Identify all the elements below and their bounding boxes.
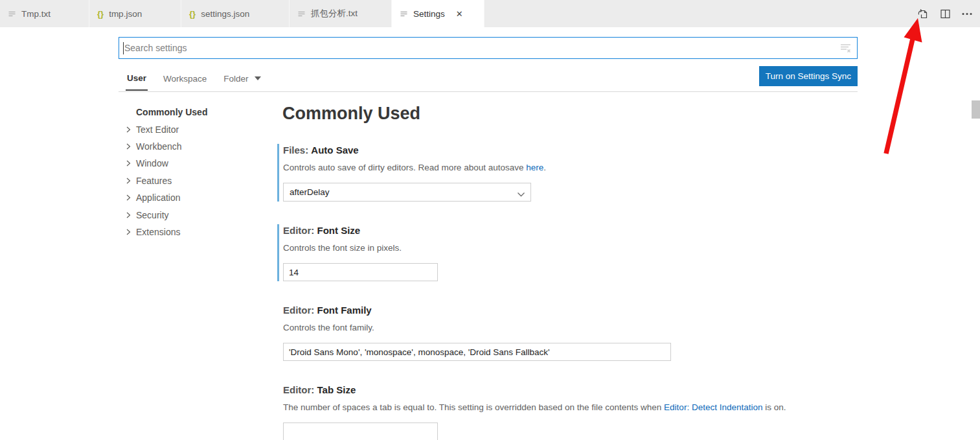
setting-name: Font Family (317, 305, 372, 316)
tree-item-label: Window (136, 158, 168, 168)
tree-item-commonly-used[interactable]: Commonly Used (125, 104, 274, 121)
setting-title: Editor: Font Family (283, 304, 795, 316)
setting-category: Editor: (283, 225, 314, 236)
select-value: afterDelay (290, 187, 330, 197)
scope-tab-user[interactable]: User (126, 66, 148, 91)
tree-item-window[interactable]: Window (125, 155, 274, 172)
setting-editor-tab-size: Editor: Tab Size The number of spaces a … (277, 382, 795, 440)
tree-item-label: Text Editor (136, 124, 179, 135)
tree-item-label: Extensions (136, 227, 180, 237)
setting-description: Controls the font size in pixels. (283, 241, 795, 255)
tab-tmp-txt[interactable]: Tmp.txt (0, 0, 89, 27)
tree-item-label: Application (136, 192, 181, 203)
description-text: is on. (762, 402, 786, 412)
filter-settings-icon[interactable] (839, 42, 852, 54)
scope-tab-workspace[interactable]: Workspace (162, 66, 208, 91)
detect-indentation-link[interactable]: Editor: Detect Indentation (664, 402, 762, 412)
font-family-input[interactable] (283, 343, 671, 361)
tab-label: Settings (413, 9, 445, 19)
font-size-input[interactable] (283, 263, 438, 281)
page-title: Commonly Used (282, 104, 420, 124)
chevron-right-icon (125, 178, 136, 184)
list-icon (400, 10, 408, 18)
tab-label: 抓包分析.txt (311, 8, 358, 19)
description-text: Controls auto save of dirty editors. Rea… (283, 163, 526, 172)
chevron-down-icon (255, 76, 261, 80)
chevron-down-icon (517, 190, 525, 200)
description-text: Controls the font family. (283, 323, 374, 332)
tab-label: settings.json (201, 9, 249, 19)
tree-item-features[interactable]: Features (125, 172, 274, 189)
tree-item-label: Features (136, 176, 172, 186)
setting-title: Editor: Font Size (283, 224, 795, 237)
setting-description: Controls auto save of dirty editors. Rea… (283, 161, 795, 174)
tab-size-input[interactable] (283, 423, 438, 440)
vertical-scrollbar-thumb[interactable] (972, 100, 980, 119)
setting-title: Files: Auto Save (283, 144, 795, 156)
json-file-icon: {} (97, 9, 104, 19)
tab-label: Tmp.txt (21, 9, 51, 19)
header-divider (119, 91, 858, 92)
tree-item-text-editor[interactable]: Text Editor (125, 121, 274, 137)
setting-category: Editor: (283, 384, 314, 395)
turn-on-settings-sync-button[interactable]: Turn on Settings Sync (759, 66, 858, 86)
editor-actions (917, 0, 972, 27)
tab-zhuabao-txt[interactable]: 抓包分析.txt (290, 0, 392, 27)
tab-tmp-json[interactable]: {} tmp.json (89, 0, 181, 27)
tree-item-security[interactable]: Security (125, 206, 274, 223)
setting-description: Controls the font family. (283, 321, 795, 334)
scope-tab-label: Folder (223, 74, 248, 84)
json-file-icon: {} (189, 9, 196, 19)
scope-tab-label: Workspace (163, 74, 207, 84)
vscode-settings-window: Tmp.txt {} tmp.json {} settings.json 抓包分… (0, 0, 980, 440)
search-settings-input[interactable] (119, 38, 857, 58)
tab-label: tmp.json (109, 9, 142, 19)
setting-editor-font-family: Editor: Font Family Controls the font fa… (277, 303, 795, 362)
setting-name: Tab Size (317, 384, 356, 395)
close-icon[interactable]: ✕ (454, 8, 465, 19)
description-text: The number of spaces a tab is equal to. … (283, 402, 664, 412)
scope-tab-label: User (127, 73, 146, 83)
setting-name: Font Size (317, 225, 361, 236)
tab-settings[interactable]: Settings ✕ (392, 0, 484, 27)
settings-search-box (119, 37, 858, 59)
setting-files-auto-save: Files: Auto Save Controls auto save of d… (277, 143, 795, 203)
text-file-icon (8, 10, 16, 18)
editor-tab-bar: Tmp.txt {} tmp.json {} settings.json 抓包分… (0, 0, 980, 27)
description-text: . (543, 163, 546, 172)
settings-scope-bar: User Workspace Folder (119, 66, 269, 91)
setting-title: Editor: Tab Size (283, 384, 795, 396)
autosave-here-link[interactable]: here (526, 163, 543, 172)
setting-category: Files: (283, 145, 308, 156)
chevron-right-icon (125, 194, 136, 201)
chevron-right-icon (125, 143, 136, 150)
chevron-right-icon (125, 229, 136, 235)
open-settings-json-icon[interactable] (917, 8, 929, 20)
tree-item-application[interactable]: Application (125, 189, 274, 206)
tree-item-extensions[interactable]: Extensions (125, 224, 274, 240)
auto-save-select[interactable]: afterDelay (283, 183, 531, 202)
setting-description: The number of spaces a tab is equal to. … (283, 400, 795, 414)
tree-item-label: Workbench (136, 141, 182, 152)
description-text: Controls the font size in pixels. (283, 243, 402, 253)
split-editor-icon[interactable] (940, 8, 951, 19)
setting-name: Auto Save (311, 145, 358, 156)
more-actions-icon[interactable] (962, 12, 972, 16)
scope-tab-folder[interactable]: Folder (222, 66, 262, 91)
settings-tree: Commonly Used Text Editor Workbench Wind… (125, 104, 274, 240)
chevron-right-icon (125, 126, 136, 133)
tab-settings-json[interactable]: {} settings.json (181, 0, 290, 27)
tree-item-label: Security (136, 210, 169, 220)
text-cursor (123, 42, 124, 54)
setting-editor-font-size: Editor: Font Size Controls the font size… (277, 223, 795, 283)
tree-item-label: Commonly Used (136, 107, 207, 117)
tree-item-workbench[interactable]: Workbench (125, 138, 274, 155)
chevron-right-icon (125, 212, 136, 218)
text-file-icon (297, 10, 306, 18)
chevron-right-icon (125, 160, 136, 167)
setting-category: Editor: (283, 305, 314, 316)
